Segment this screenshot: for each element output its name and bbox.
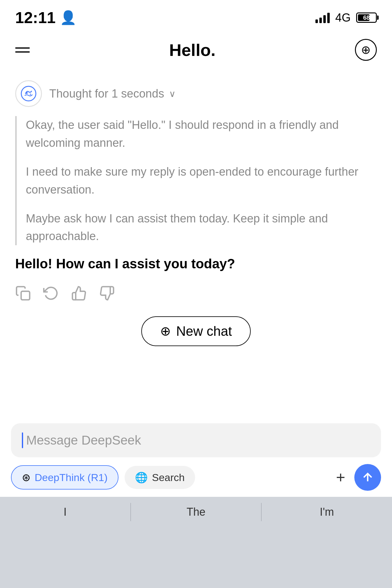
svg-point-1 [26,92,28,94]
thought-text-3: Maybe ask how I can assist them today. K… [26,210,377,246]
deepseek-logo-icon [20,85,37,102]
menu-line-1 [15,47,30,49]
thought-block: Okay, the user said "Hello." I should re… [15,116,377,245]
thumbs-up-button[interactable] [71,285,87,301]
text-cursor [22,432,23,448]
person-icon: 👤 [60,10,77,26]
signal-bars [315,12,330,23]
menu-button[interactable] [15,47,30,53]
ai-header: Thought for 1 seconds ∨ [15,80,377,107]
battery: 68 [356,12,377,23]
time-display: 12:11 [15,9,56,27]
svg-point-2 [30,94,31,95]
header: Hello. ⊕ [0,32,392,68]
toolbar: ⊛ DeepThink (R1) 🌐 Search + [11,464,381,491]
battery-container: 68 [356,12,377,23]
ai-response-text: Hello! How can I assist you today? [15,254,377,273]
keyboard-area [0,527,392,588]
chat-content: Thought for 1 seconds ∨ Okay, the user s… [0,68,392,423]
search-label: Search [152,472,185,483]
suggestion-item-1[interactable]: I [0,497,130,527]
signal-bar-3 [323,15,326,23]
thought-text-1: Okay, the user said "Hello." I should re… [26,116,377,152]
thought-label: Thought for 1 seconds [49,87,164,100]
status-bar: 12:11 👤 4G 68 [0,0,392,32]
signal-bar-2 [319,18,322,23]
action-buttons [15,285,377,301]
thumbs-down-button[interactable] [99,285,115,301]
search-button[interactable]: 🌐 Search [125,466,195,489]
signal-bar-1 [315,19,318,23]
message-input-container[interactable]: Message DeepSeek [11,423,381,457]
svg-point-0 [21,86,36,101]
ai-message: Thought for 1 seconds ∨ Okay, the user s… [15,80,377,301]
svg-rect-3 [21,291,30,300]
add-button[interactable]: + [333,468,348,487]
header-title: Hello. [169,40,215,60]
globe-icon: 🌐 [135,471,148,483]
status-time: 12:11 👤 [15,9,77,27]
thought-toggle[interactable]: Thought for 1 seconds ∨ [49,87,176,100]
deep-think-label: DeepThink (R1) [35,472,108,483]
thought-text-2: I need to make sure my reply is open-end… [26,163,377,199]
thumbs-up-icon [71,285,87,301]
signal-bar-4 [327,13,330,23]
new-chat-plus-icon: ⊕ [160,324,171,339]
suggestion-item-3[interactable]: I'm [262,497,392,527]
input-area: Message DeepSeek ⊛ DeepThink (R1) 🌐 Sear… [0,423,392,497]
new-chat-icon: ⊕ [361,43,371,57]
network-type: 4G [335,11,351,24]
send-button[interactable] [354,464,381,491]
retry-icon [43,285,59,301]
header-new-chat-button[interactable]: ⊕ [355,39,377,61]
retry-button[interactable] [43,285,59,301]
ai-avatar [15,80,42,107]
suggestion-item-2[interactable]: The [131,497,261,527]
message-placeholder: Message DeepSeek [26,433,141,448]
deep-think-button[interactable]: ⊛ DeepThink (R1) [11,465,119,490]
status-right: 4G 68 [315,11,377,24]
new-chat-label: New chat [176,324,232,339]
thumbs-down-icon [99,285,115,301]
copy-icon [15,285,31,301]
menu-line-2 [15,51,30,53]
keyboard-suggestions: I The I'm [0,497,392,527]
copy-button[interactable] [15,285,31,301]
deep-think-icon: ⊛ [22,471,30,483]
battery-text: 68 [363,14,370,21]
new-chat-button[interactable]: ⊕ New chat [141,316,251,346]
new-chat-area: ⊕ New chat [15,301,377,358]
chevron-down-icon: ∨ [169,88,176,99]
send-icon [361,471,374,484]
